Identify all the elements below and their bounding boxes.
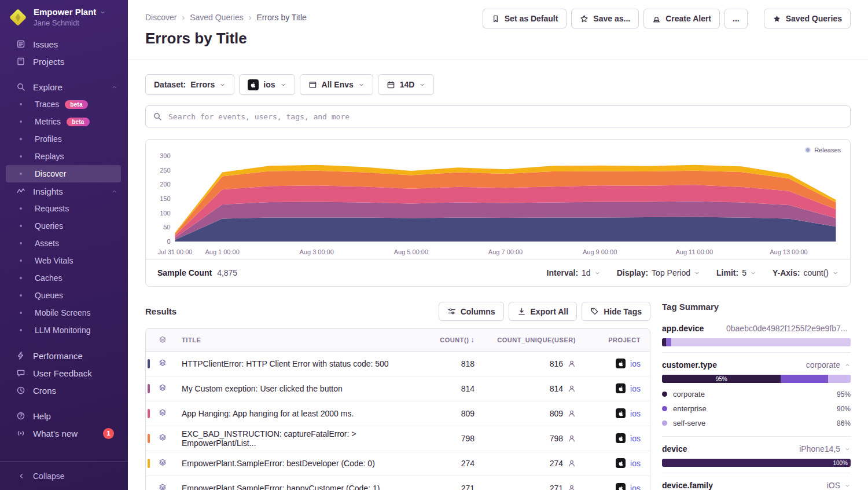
results-buttons: ColumnsExport AllHide Tags	[439, 302, 650, 321]
sidebar-item-assets[interactable]: Assets	[6, 235, 121, 252]
table-body: HTTPClientError: HTTP Client Error with …	[146, 351, 650, 490]
columns-button[interactable]: Columns	[439, 302, 504, 321]
tag-icon	[590, 307, 599, 316]
event-title-link[interactable]: App Hanging: App hanging for at least 20…	[172, 401, 431, 426]
count-unique-cell: 798	[484, 426, 585, 451]
column-header-title[interactable]: TITLE	[172, 329, 431, 351]
tag-value-row[interactable]: corporate95%	[662, 387, 851, 401]
projects-icon	[16, 57, 25, 66]
event-title-link[interactable]: My Custom exeption: User clicked the but…	[172, 376, 431, 401]
project-link[interactable]: ios	[630, 359, 641, 368]
filter-all-envs-dropdown[interactable]: All Envs	[300, 74, 373, 95]
releases-dot-icon	[805, 147, 811, 153]
row-stack-cell	[146, 351, 172, 376]
project-cell: ios	[585, 376, 650, 401]
filter-ios-dropdown[interactable]: ios	[239, 74, 295, 95]
column-header-count-unique-user[interactable]: COUNT_UNIQUE(USER)	[484, 329, 585, 351]
hide-tags-button[interactable]: Hide Tags	[582, 302, 650, 321]
column-header-project[interactable]: PROJECT	[585, 329, 650, 351]
layers-icon	[159, 335, 167, 343]
series-color-strip	[148, 384, 150, 393]
breadcrumb-item-discover[interactable]: Discover	[145, 13, 176, 22]
set-as-default-button[interactable]: Set as Default	[483, 9, 567, 28]
chevron-down-icon	[844, 482, 851, 489]
event-title-link[interactable]: EXC_BAD_INSTRUCTION: captureFatalError: …	[172, 426, 431, 451]
tag-top-value: iPhone14,5	[799, 444, 840, 454]
event-title-link[interactable]: EmpowerPlant.SampleError: bestDeveloper …	[172, 451, 431, 476]
sidebar-item-issues[interactable]: Issues	[0, 35, 128, 53]
person-icon	[568, 459, 576, 467]
org-switcher[interactable]: Empower Plant Jane Schmidt	[0, 0, 128, 33]
svg-text:Aug 3 00:00: Aug 3 00:00	[300, 248, 334, 255]
sidebar-item-performance[interactable]: Performance	[0, 347, 128, 364]
create-alert-button[interactable]: Create Alert	[643, 9, 720, 28]
sidebar-item-what-s-new[interactable]: What's new1	[0, 425, 128, 442]
sidebar-item-discover[interactable]: Discover	[6, 165, 121, 182]
svg-text:Aug 9 00:00: Aug 9 00:00	[583, 248, 617, 255]
sidebar-item-profiles[interactable]: Profiles	[6, 130, 121, 148]
tag-value-row[interactable]: self-serve86%	[662, 416, 851, 430]
lower-section: Results ColumnsExport AllHide Tags TITLE…	[145, 302, 851, 490]
event-title-link[interactable]: HTTPClientError: HTTP Client Error with …	[172, 351, 431, 376]
row-stack-cell	[146, 426, 172, 451]
sidebar-item-replays[interactable]: Replays	[6, 148, 121, 165]
sidebar-item-user-feedback[interactable]: User Feedback	[0, 364, 128, 382]
tag-header-device[interactable]: deviceiPhone14,5	[662, 444, 851, 454]
column-header-stack[interactable]	[146, 329, 172, 351]
sidebar-item-web-vitals[interactable]: Web Vitals	[6, 252, 121, 269]
table-header-row: TITLECOUNT()↓COUNT_UNIQUE(USER)PROJECT	[146, 329, 650, 351]
count-unique-value: 809	[550, 409, 563, 418]
count-unique-cell: 809	[484, 401, 585, 426]
tag-header-customer-type[interactable]: customer.typecorporate	[662, 360, 851, 370]
more-button[interactable]: ...	[724, 9, 748, 28]
sidebar-item-caches[interactable]: Caches	[6, 269, 121, 287]
sidebar-item-traces[interactable]: Tracesbeta	[6, 96, 121, 113]
y-axis-dropdown[interactable]: Y-Axis:count()	[773, 268, 838, 277]
svg-text:Aug 5 00:00: Aug 5 00:00	[394, 248, 428, 255]
filter-14d-dropdown[interactable]: 14D	[378, 74, 435, 95]
sidebar-item-requests[interactable]: Requests	[6, 200, 121, 217]
project-link[interactable]: ios	[630, 484, 641, 490]
legend-releases[interactable]: Releases	[805, 147, 841, 153]
layers-icon	[159, 433, 167, 441]
sidebar-item-queues[interactable]: Queues	[6, 287, 121, 304]
project-link[interactable]: ios	[630, 409, 641, 418]
limit-dropdown[interactable]: Limit:5	[716, 268, 756, 277]
interval-dropdown[interactable]: Interval:1d	[547, 268, 601, 277]
tag-top-value: iOS	[827, 481, 840, 490]
display-dropdown[interactable]: Display:Top Period	[617, 268, 700, 277]
sidebar-item-llm-monitoring[interactable]: LLM Monitoring	[6, 321, 121, 339]
sidebar-section-insights[interactable]: Insights	[0, 182, 128, 200]
sample-count-value: 4,875	[217, 268, 237, 277]
event-title-link[interactable]: EmpowerPlant.SampleError: happyCustomer …	[172, 476, 431, 490]
breadcrumb-item-saved-queries[interactable]: Saved Queries	[190, 13, 244, 22]
sidebar-section-explore[interactable]: Explore	[0, 78, 128, 96]
project-link[interactable]: ios	[630, 459, 641, 468]
layers-icon	[159, 483, 167, 490]
search-input[interactable]	[167, 112, 843, 122]
tag-header-device-family[interactable]: device.familyiOS	[662, 481, 851, 490]
export-all-button[interactable]: Export All	[509, 302, 578, 321]
sidebar-item-mobile-screens[interactable]: Mobile Screens	[6, 304, 121, 321]
count-unique-value: 798	[550, 434, 563, 443]
saved-queries-button[interactable]: Saved Queries	[764, 9, 851, 28]
collapse-button[interactable]: Collapse	[0, 461, 128, 490]
sidebar-item-metrics[interactable]: Metricsbeta	[6, 113, 121, 130]
tag-header-app-device[interactable]: app.device0baebc0de4982f1255f2e9e9fb7...	[662, 324, 851, 333]
sidebar-item-help[interactable]: Help	[0, 407, 128, 425]
chevron-down-icon	[280, 82, 286, 88]
person-icon	[568, 409, 576, 418]
sidebar-item-projects[interactable]: Projects	[0, 53, 128, 70]
project-link[interactable]: ios	[630, 384, 641, 393]
save-as-button[interactable]: Save as...	[571, 9, 639, 28]
sidebar-item-crons[interactable]: Crons	[0, 382, 128, 399]
filter-dataset-dropdown[interactable]: Dataset:Errors	[145, 74, 234, 95]
project-link[interactable]: ios	[630, 434, 641, 443]
svg-text:0: 0	[167, 238, 170, 245]
search-bar	[145, 105, 851, 127]
svg-text:300: 300	[160, 152, 170, 159]
column-header-count[interactable]: COUNT()↓	[431, 329, 484, 351]
tag-value-row[interactable]: enterprise90%	[662, 401, 851, 416]
svg-text:200: 200	[160, 181, 170, 188]
sidebar-item-queries[interactable]: Queries	[6, 217, 121, 235]
